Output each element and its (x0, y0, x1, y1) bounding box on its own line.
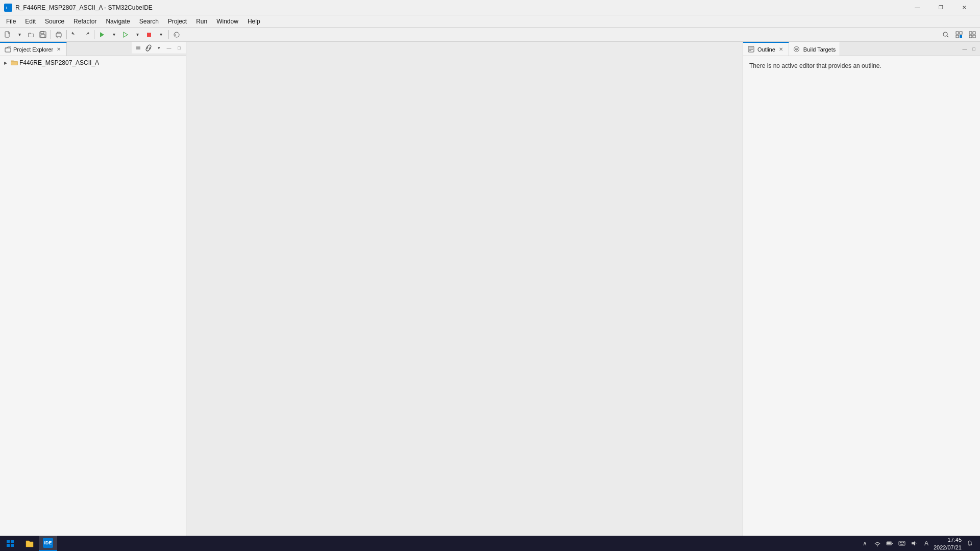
app-icon: I (4, 4, 12, 12)
outline-message: There is no active editor that provides … (743, 56, 980, 76)
taskbar-explorer[interactable] (20, 536, 39, 551)
project-explorer-icon (4, 46, 11, 53)
new-dropdown-button[interactable]: ▾ (14, 29, 25, 40)
right-panel-maximize[interactable]: □ (970, 45, 978, 53)
print-button[interactable] (53, 29, 64, 40)
menu-navigate[interactable]: Navigate (102, 16, 134, 27)
svg-rect-64 (900, 542, 901, 543)
search-toolbar-button[interactable] (940, 29, 951, 40)
tree-expand-project[interactable]: ▶ (2, 59, 9, 66)
svg-rect-67 (900, 544, 903, 545)
project-name: F446RE_MSP2807_ASCII_A (19, 59, 99, 66)
svg-text:I: I (6, 6, 7, 10)
explorer-taskbar-icon (24, 538, 35, 548)
taskbar-language-icon[interactable]: A (921, 538, 932, 548)
collapse-all-button[interactable] (134, 43, 143, 53)
menu-project[interactable]: Project (164, 16, 191, 27)
build-targets-tab-label: Build Targets (803, 46, 836, 53)
taskbar-network-icon[interactable] (872, 538, 883, 548)
taskbar-stm32ide[interactable]: IDE (39, 536, 57, 551)
outline-tab-label: Outline (757, 46, 775, 53)
svg-rect-6 (56, 33, 61, 37)
panel-maximize-button[interactable]: □ (175, 43, 184, 53)
taskbar-volume-icon[interactable] (909, 538, 919, 548)
left-panel: Project Explorer ✕ ▾ — □ ▶ (0, 42, 186, 536)
start-button[interactable] (0, 536, 20, 551)
menu-bar: File Edit Source Refactor Navigate Searc… (0, 15, 980, 28)
stop-dropdown-button[interactable]: ▾ (155, 29, 166, 40)
menu-search[interactable]: Search (135, 16, 163, 27)
project-explorer-tab[interactable]: Project Explorer ✕ (0, 42, 67, 56)
close-button[interactable]: ✕ (952, 0, 976, 15)
right-panel-controls: — □ (961, 42, 980, 56)
tree-item-project[interactable]: ▶ F446RE_MSP2807_ASCII_A (0, 57, 186, 68)
svg-rect-56 (11, 540, 14, 543)
stop-button[interactable] (143, 29, 155, 40)
outline-icon (747, 46, 754, 53)
taskbar-chevron[interactable]: ∧ (860, 538, 870, 548)
run-button[interactable] (96, 29, 108, 40)
panel-minimize-button[interactable]: — (164, 43, 174, 53)
svg-marker-8 (124, 32, 128, 37)
svg-rect-22 (5, 48, 11, 52)
restore-button[interactable]: ❐ (929, 0, 952, 15)
ide-taskbar-icon: IDE (43, 538, 53, 548)
build-targets-tab[interactable]: Build Targets (789, 42, 840, 56)
menu-source[interactable]: Source (41, 16, 68, 27)
project-folder-icon (10, 59, 18, 67)
menu-help[interactable]: Help (243, 16, 264, 27)
minimize-button[interactable]: — (905, 0, 929, 15)
save-button[interactable] (37, 29, 48, 40)
run-dropdown-button[interactable]: ▾ (108, 29, 119, 40)
title-bar: I R_F446RE_MSP2807_ASCII_A - STM32CubeID… (0, 0, 980, 15)
menu-file[interactable]: File (2, 16, 20, 27)
open-button[interactable] (26, 29, 37, 40)
toolbar-sep-3 (94, 30, 94, 39)
perspective-button[interactable] (953, 29, 965, 40)
taskbar-clock[interactable]: 17:45 2022/07/21 (934, 536, 962, 551)
new-button[interactable] (2, 29, 13, 40)
svg-rect-19 (973, 32, 975, 34)
link-editor-button[interactable] (144, 43, 153, 53)
svg-rect-57 (7, 544, 10, 547)
taskbar-notification-btn[interactable] (964, 537, 976, 549)
svg-line-13 (947, 36, 948, 37)
right-panel: Outline ✕ Build Targets — □ There is no … (743, 42, 980, 536)
svg-rect-18 (969, 32, 972, 34)
project-explorer-close[interactable]: ✕ (55, 46, 62, 53)
editor-area (186, 42, 743, 536)
toolbar-right (940, 29, 978, 40)
taskbar-battery-icon[interactable] (885, 538, 895, 548)
panel-filter-button[interactable]: ▾ (154, 43, 163, 53)
window-title: R_F446RE_MSP2807_ASCII_A - STM32CubeIDE (15, 4, 153, 11)
menu-edit[interactable]: Edit (21, 16, 40, 27)
menu-refactor[interactable]: Refactor (69, 16, 101, 27)
perspectives-button[interactable] (967, 29, 978, 40)
svg-rect-63 (899, 541, 905, 545)
taskbar-date: 2022/07/21 (934, 544, 962, 551)
svg-rect-58 (11, 544, 14, 547)
toolbar-sep-2 (66, 30, 67, 39)
taskbar-right: ∧ A 17:45 2022/07/21 (860, 536, 980, 551)
svg-rect-21 (973, 35, 975, 38)
taskbar-keyboard-icon[interactable] (897, 538, 907, 548)
svg-point-12 (943, 32, 947, 36)
right-panel-minimize[interactable]: — (961, 45, 969, 53)
ext-tools-button[interactable]: i (171, 29, 182, 40)
svg-rect-15 (960, 32, 962, 34)
svg-rect-14 (956, 32, 959, 34)
menu-run[interactable]: Run (192, 16, 211, 27)
project-tree: ▶ F446RE_MSP2807_ASCII_A (0, 56, 186, 536)
debug-button[interactable] (120, 29, 131, 40)
outline-tab-close[interactable]: ✕ (777, 46, 785, 53)
debug-dropdown-button[interactable]: ▾ (132, 29, 143, 40)
svg-rect-55 (7, 540, 10, 543)
menu-window[interactable]: Window (212, 16, 242, 27)
svg-marker-68 (912, 541, 915, 546)
redo-button[interactable] (81, 29, 92, 40)
svg-point-59 (877, 545, 878, 546)
taskbar-time: 17:45 (934, 536, 962, 544)
undo-button[interactable] (69, 29, 80, 40)
outline-tab[interactable]: Outline ✕ (743, 42, 789, 56)
svg-rect-5 (41, 35, 45, 37)
